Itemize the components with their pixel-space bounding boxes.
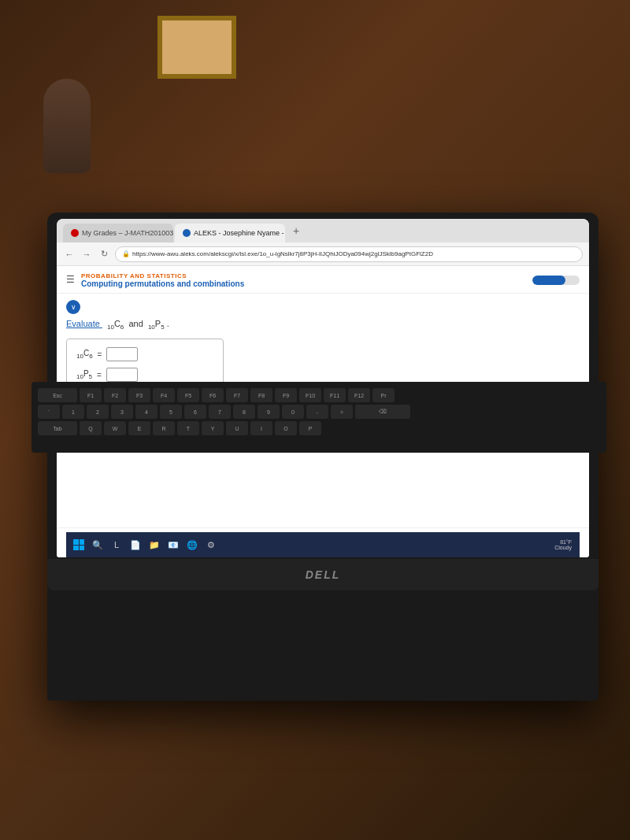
key-f3[interactable]: F3: [128, 388, 150, 402]
key-p[interactable]: P: [299, 421, 321, 435]
c-notation: 10C6: [105, 319, 126, 328]
progress-bar-fill: [532, 276, 565, 285]
problem-statement: Evaluate 10C6 and 10P5 .: [66, 319, 580, 331]
c-subscript-right: 6: [120, 324, 124, 331]
key-prtsc[interactable]: Pr: [372, 388, 395, 402]
taskbar-icon-3[interactable]: 📁: [146, 537, 162, 553]
key-backspace[interactable]: ⌫: [355, 405, 410, 419]
taskbar-icon-2[interactable]: 📄: [128, 537, 143, 553]
key-f8[interactable]: F8: [250, 388, 272, 402]
key-7[interactable]: 7: [209, 405, 231, 419]
key-r[interactable]: R: [153, 421, 175, 435]
key-backtick[interactable]: `: [38, 405, 60, 419]
keyboard: Esc F1 F2 F3 F4 F5 F6 F7 F8 F9 F10 F11 F…: [32, 382, 606, 453]
answer-row-p: 10P5 =: [76, 368, 213, 382]
key-minus[interactable]: -: [306, 405, 328, 419]
address-bar-area: ← → ↻ 🔒 https://www-awu.aleks.com/aleksc…: [57, 242, 589, 266]
tab-icon-grades: [71, 229, 79, 237]
key-9[interactable]: 9: [258, 405, 280, 419]
key-equals[interactable]: =: [331, 405, 353, 419]
taskbar-icon-1[interactable]: L: [109, 537, 124, 553]
key-3[interactable]: 3: [111, 405, 133, 419]
key-6[interactable]: 6: [184, 405, 206, 419]
number-key-row: ` 1 2 3 4 5 6 7 8 9 0 - = ⌫: [38, 405, 600, 419]
key-2[interactable]: 2: [87, 405, 109, 419]
equals-c: =: [98, 350, 102, 359]
key-f2[interactable]: F2: [104, 388, 126, 402]
key-f5[interactable]: F5: [177, 388, 199, 402]
key-t[interactable]: T: [177, 421, 199, 435]
tab-aleks[interactable]: ALEKS - Josephine Nyame - Lea ✕: [175, 224, 285, 242]
tab-icon-aleks: [183, 229, 191, 237]
equals-p: =: [97, 371, 102, 379]
subject-label: PROBABILITY AND STATISTICS: [81, 272, 526, 279]
windows-start-button[interactable]: [71, 537, 87, 553]
key-f7[interactable]: F7: [226, 388, 248, 402]
new-tab-button[interactable]: +: [287, 221, 306, 240]
taskbar: 🔍 L 📄 📁 📧 🌐 ⚙ 81°F Cloudy: [66, 532, 580, 557]
hamburger-icon[interactable]: ☰: [66, 274, 75, 285]
c-subscript-left: 10: [107, 324, 114, 331]
url-text: https://www-awu.aleks.com/alekscgi/x/lsl…: [132, 250, 433, 257]
p-notation: 10P5: [148, 319, 167, 328]
tab-bar: My Grades – J-MATH201003-ON ✕ ALEKS - Jo…: [57, 219, 589, 242]
laptop-body: My Grades – J-MATH201003-ON ✕ ALEKS - Jo…: [47, 213, 598, 701]
conjunction: and: [128, 319, 143, 328]
address-bar[interactable]: 🔒 https://www-awu.aleks.com/alekscgi/x/l…: [115, 246, 583, 262]
key-y[interactable]: Y: [202, 421, 224, 435]
key-w[interactable]: W: [104, 421, 126, 435]
key-i[interactable]: I: [250, 421, 272, 435]
weather-info: 81°F Cloudy: [554, 539, 572, 550]
aleks-header: ☰ PROBABILITY AND STATISTICS Computing p…: [57, 266, 589, 294]
key-f4[interactable]: F4: [153, 388, 175, 402]
back-button[interactable]: ←: [63, 248, 76, 261]
answer-label-c: 10C6: [76, 349, 93, 360]
key-e[interactable]: E: [128, 421, 150, 435]
key-4[interactable]: 4: [135, 405, 158, 419]
progress-bar-container: [532, 276, 580, 285]
decorative-sculpture: [43, 79, 91, 173]
p-subscript-right: 5: [161, 324, 164, 331]
key-esc[interactable]: Esc: [38, 388, 77, 402]
header-text: PROBABILITY AND STATISTICS Computing per…: [81, 272, 526, 288]
search-taskbar-icon[interactable]: 🔍: [90, 537, 106, 553]
tab-label-grades: My Grades – J-MATH201003-ON: [82, 229, 173, 237]
key-tab[interactable]: Tab: [38, 421, 77, 435]
dell-logo: DELL: [306, 568, 341, 581]
forward-button[interactable]: →: [80, 248, 93, 261]
taskbar-icon-6[interactable]: ⚙: [203, 537, 219, 553]
key-u[interactable]: U: [226, 421, 248, 435]
answer-label-p: 10P5: [76, 369, 92, 380]
top-letter-row: Tab Q W E R T Y U I O P: [38, 421, 600, 435]
laptop-bottom-bar: DELL: [47, 559, 598, 590]
key-f6[interactable]: F6: [202, 388, 224, 402]
lock-icon: 🔒: [122, 250, 130, 257]
key-f9[interactable]: F9: [275, 388, 297, 402]
weather-condition: Cloudy: [554, 545, 572, 550]
key-q[interactable]: Q: [80, 421, 102, 435]
key-f1[interactable]: F1: [80, 388, 102, 402]
weather-temp: 81°F: [554, 539, 572, 545]
key-o[interactable]: O: [275, 421, 297, 435]
tab-grades[interactable]: My Grades – J-MATH201003-ON ✕: [63, 224, 173, 242]
refresh-button[interactable]: ↻: [98, 248, 110, 261]
key-1[interactable]: 1: [62, 405, 84, 419]
tab-label-aleks: ALEKS - Josephine Nyame - Lea: [194, 229, 285, 237]
evaluate-link[interactable]: Evaluate: [66, 319, 102, 328]
key-f12[interactable]: F12: [348, 388, 370, 402]
taskbar-icon-4[interactable]: 📧: [165, 537, 181, 553]
answer-input-p[interactable]: [106, 368, 138, 382]
answer-row-c: 10C6 =: [76, 347, 213, 361]
answer-input-c[interactable]: [106, 347, 138, 361]
taskbar-icon-5[interactable]: 🌐: [184, 537, 200, 553]
expand-icon[interactable]: ∨: [66, 300, 80, 314]
key-8[interactable]: 8: [233, 405, 255, 419]
windows-icon: [73, 539, 84, 550]
key-5[interactable]: 5: [160, 405, 182, 419]
key-f10[interactable]: F10: [299, 388, 321, 402]
p-subscript-left: 10: [148, 324, 155, 331]
function-key-row: Esc F1 F2 F3 F4 F5 F6 F7 F8 F9 F10 F11 F…: [38, 388, 600, 402]
key-f11[interactable]: F11: [324, 388, 346, 402]
key-0[interactable]: 0: [282, 405, 304, 419]
topic-title: Computing permutations and combinations: [81, 279, 526, 288]
